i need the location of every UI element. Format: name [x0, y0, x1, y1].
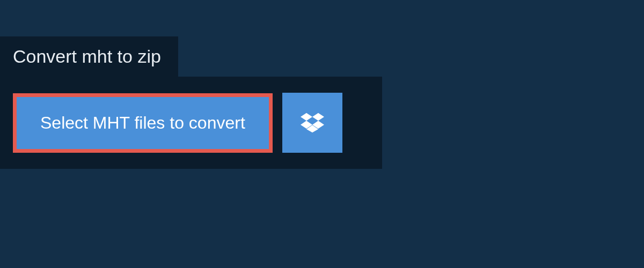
tab-convert-mht-to-zip[interactable]: Convert mht to zip — [0, 36, 178, 77]
dropbox-button[interactable] — [282, 93, 342, 153]
tab-bar: Convert mht to zip — [0, 36, 644, 77]
tab-title: Convert mht to zip — [13, 46, 161, 66]
select-files-label: Select MHT files to convert — [40, 113, 245, 132]
upload-panel: Select MHT files to convert — [0, 77, 382, 169]
select-button-highlight: Select MHT files to convert — [13, 93, 273, 153]
dropbox-icon — [301, 111, 324, 135]
select-files-button[interactable]: Select MHT files to convert — [17, 97, 269, 149]
